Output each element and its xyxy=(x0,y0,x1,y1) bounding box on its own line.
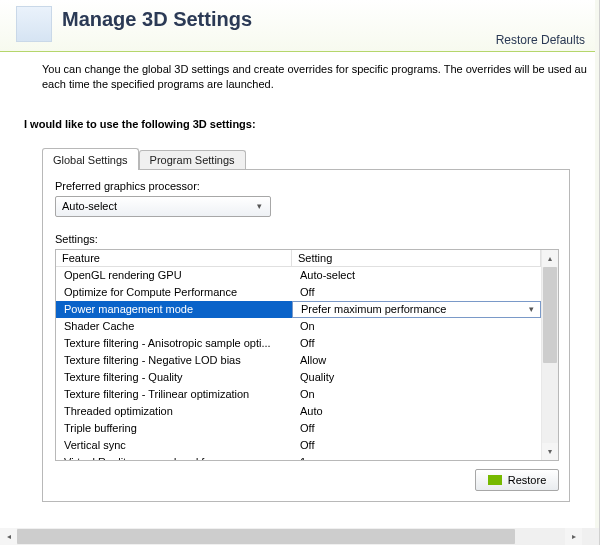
feature-cell: OpenGL rendering GPU xyxy=(56,267,292,284)
intro-text-line1: You can change the global 3D settings an… xyxy=(42,62,589,77)
scroll-track[interactable] xyxy=(542,267,558,443)
settings-table: Feature Setting OpenGL rendering GPUAuto… xyxy=(55,249,559,461)
header: Manage 3D Settings Restore Defaults xyxy=(0,0,599,52)
settings-list: Feature Setting OpenGL rendering GPUAuto… xyxy=(56,250,541,460)
hscroll-thumb[interactable] xyxy=(17,529,515,544)
settings-vertical-scrollbar[interactable]: ▴ ▾ xyxy=(541,250,558,460)
table-row[interactable]: Threaded optimizationAuto xyxy=(56,403,541,420)
tab-pane: Preferred graphics processor: Auto-selec… xyxy=(42,169,570,502)
restore-button-label: Restore xyxy=(508,474,547,486)
setting-cell: Off xyxy=(292,420,541,437)
nvidia-logo-icon xyxy=(488,475,502,485)
setting-value: Prefer maximum performance xyxy=(301,302,447,317)
table-row[interactable]: Shader CacheOn xyxy=(56,318,541,335)
setting-cell: Allow xyxy=(292,352,541,369)
restore-row: Restore xyxy=(55,469,559,491)
settings-lead-label: I would like to use the following 3D set… xyxy=(24,118,589,130)
setting-dropdown[interactable]: Prefer maximum performance▾ xyxy=(292,301,541,318)
settings-label: Settings: xyxy=(55,233,557,245)
column-feature[interactable]: Feature xyxy=(56,250,292,267)
feature-cell: Texture filtering - Negative LOD bias xyxy=(56,352,292,369)
feature-cell: Texture filtering - Anisotropic sample o… xyxy=(56,335,292,352)
table-row[interactable]: OpenGL rendering GPUAuto-select xyxy=(56,267,541,284)
setting-cell: On xyxy=(292,318,541,335)
setting-cell: Off xyxy=(292,335,541,352)
table-row[interactable]: Texture filtering - Anisotropic sample o… xyxy=(56,335,541,352)
right-gutter xyxy=(595,0,599,528)
settings-header: Feature Setting xyxy=(56,250,541,267)
preferred-gpu-value: Auto-select xyxy=(62,200,117,212)
preferred-gpu-dropdown[interactable]: Auto-select ▾ xyxy=(55,196,271,217)
page-title: Manage 3D Settings xyxy=(62,8,252,31)
feature-cell: Texture filtering - Trilinear optimizati… xyxy=(56,386,292,403)
manage-3d-settings-window: Manage 3D Settings Restore Defaults You … xyxy=(0,0,600,545)
tab-global-settings[interactable]: Global Settings xyxy=(42,148,139,170)
scroll-corner xyxy=(582,528,599,545)
column-setting[interactable]: Setting xyxy=(292,250,541,267)
restore-button[interactable]: Restore xyxy=(475,469,559,491)
tabstrip: Global Settings Program Settings xyxy=(42,148,589,169)
setting-cell: Quality xyxy=(292,369,541,386)
feature-cell: Vertical sync xyxy=(56,437,292,454)
intro-text-line2: each time the specified programs are lau… xyxy=(42,77,589,92)
table-row[interactable]: Triple bufferingOff xyxy=(56,420,541,437)
preferred-gpu-label: Preferred graphics processor: xyxy=(55,180,557,192)
setting-cell: 1 xyxy=(292,454,541,460)
scroll-down-icon[interactable]: ▾ xyxy=(542,443,558,460)
body: You can change the global 3D settings an… xyxy=(0,52,599,502)
setting-cell: On xyxy=(292,386,541,403)
feature-cell: Texture filtering - Quality xyxy=(56,369,292,386)
setting-cell: Off xyxy=(292,437,541,454)
scroll-thumb[interactable] xyxy=(543,267,557,363)
restore-defaults-link[interactable]: Restore Defaults xyxy=(496,33,585,47)
table-row[interactable]: Virtual Reality pre-rendered frames1 xyxy=(56,454,541,460)
table-row[interactable]: Texture filtering - Negative LOD biasAll… xyxy=(56,352,541,369)
feature-cell: Shader Cache xyxy=(56,318,292,335)
feature-cell: Threaded optimization xyxy=(56,403,292,420)
tab-program-settings[interactable]: Program Settings xyxy=(139,150,246,169)
setting-cell: Auto xyxy=(292,403,541,420)
scroll-up-icon[interactable]: ▴ xyxy=(542,250,558,267)
setting-cell: Auto-select xyxy=(292,267,541,284)
hscroll-track[interactable] xyxy=(17,528,565,545)
scroll-left-icon[interactable]: ◂ xyxy=(0,528,17,545)
feature-cell: Power management mode xyxy=(56,301,292,318)
feature-cell: Virtual Reality pre-rendered frames xyxy=(56,454,292,460)
window-horizontal-scrollbar[interactable]: ◂ ▸ xyxy=(0,528,582,545)
feature-cell: Optimize for Compute Performance xyxy=(56,284,292,301)
setting-cell: Off xyxy=(292,284,541,301)
feature-cell: Triple buffering xyxy=(56,420,292,437)
table-row[interactable]: Texture filtering - QualityQuality xyxy=(56,369,541,386)
table-row[interactable]: Optimize for Compute PerformanceOff xyxy=(56,284,541,301)
chevron-down-icon: ▾ xyxy=(524,302,538,317)
nvidia-3d-icon xyxy=(16,6,52,42)
scroll-right-icon[interactable]: ▸ xyxy=(565,528,582,545)
table-row[interactable]: Texture filtering - Trilinear optimizati… xyxy=(56,386,541,403)
chevron-down-icon: ▾ xyxy=(251,201,267,211)
table-row[interactable]: Vertical syncOff xyxy=(56,437,541,454)
table-row[interactable]: Power management modePrefer maximum perf… xyxy=(56,301,541,318)
